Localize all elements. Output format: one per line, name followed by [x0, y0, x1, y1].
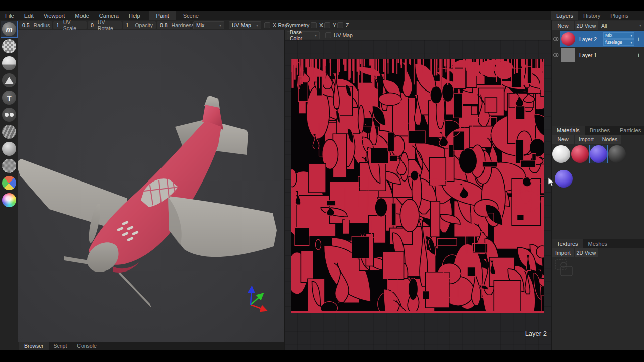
tool-brush-button[interactable]: m: [1, 21, 18, 38]
opacity-label: Opacity: [135, 22, 153, 28]
layer-1-add-button[interactable]: +: [634, 51, 643, 59]
xray-checkbox-group: X-Ray: [264, 21, 287, 29]
brush-icon: m: [2, 22, 16, 36]
symmetry-z-checkbox[interactable]: [337, 22, 343, 28]
chevron-down-icon: ▾: [315, 33, 317, 38]
layer-1-body[interactable]: Layer 1 +: [560, 48, 644, 62]
menu-help[interactable]: Help: [124, 11, 145, 20]
purple-material-icon: [590, 145, 607, 163]
tab-materials[interactable]: Materials: [552, 126, 585, 135]
opacity-value: 1: [126, 22, 129, 28]
layer-row-2[interactable]: Layer 2 Mix ▾ fuselage ▾ +: [552, 31, 644, 47]
material-swatch-purple[interactable]: [589, 145, 608, 163]
tab-meshes[interactable]: Meshes: [583, 239, 613, 248]
red-material-icon: [571, 145, 589, 163]
tool-colorid-button[interactable]: [1, 174, 18, 192]
tab-history[interactable]: History: [578, 11, 605, 20]
uv-rotate-field[interactable]: 0 UV Rotate: [88, 21, 122, 29]
layer-2-body[interactable]: Layer 2 Mix ▾ fuselage ▾ +: [560, 31, 644, 47]
layer-filter-dropdown[interactable]: All ▾: [598, 21, 644, 30]
tab-script[interactable]: Script: [49, 342, 72, 350]
import-texture-button[interactable]: Import: [552, 248, 574, 257]
layers-actions: New 2D View All ▾: [552, 21, 644, 30]
xray-checkbox[interactable]: [264, 22, 270, 28]
uvmap-toggle-label: UV Map: [334, 32, 353, 38]
tool-blur-button[interactable]: [1, 123, 18, 140]
nodes-button[interactable]: Nodes: [598, 135, 621, 144]
textures-actions: Import 2D View: [552, 248, 644, 257]
layer-row-1[interactable]: Layer 1 +: [552, 48, 644, 62]
material-swatch-red[interactable]: [571, 145, 589, 163]
airplane-model: [18, 30, 284, 342]
textures-2d-view-button[interactable]: 2D View: [575, 248, 598, 257]
tab-console[interactable]: Console: [72, 342, 102, 350]
radius-value: 0.5: [22, 22, 30, 28]
layers-panel-tabs: Layers History Plugins: [551, 11, 644, 20]
symmetry-y-label: Y: [333, 22, 336, 28]
purple-material-icon: [555, 170, 573, 188]
decal-icon: [2, 73, 16, 87]
tool-particle-button[interactable]: [1, 140, 18, 157]
blend-mode-dropdown[interactable]: Mix ▾: [193, 21, 224, 29]
uv-scale-label: UV Scale: [63, 19, 84, 31]
layer-object-dropdown[interactable]: fuselage ▾: [603, 39, 634, 46]
materials-panel-tabs: Materials Brushes Particles: [552, 126, 644, 135]
tool-picker-button[interactable]: [1, 192, 18, 209]
radius-field[interactable]: 0.5 Radius: [19, 21, 52, 29]
tab-plugins[interactable]: Plugins: [605, 11, 633, 20]
tab-particles[interactable]: Particles: [615, 126, 644, 135]
material-swatch-purple-2[interactable]: [555, 170, 573, 188]
material-swatch-black[interactable]: [608, 145, 626, 163]
opacity-field[interactable]: 1 Opacity: [123, 21, 156, 29]
menu-file[interactable]: File: [0, 11, 19, 20]
uvmap-toggle-checkbox[interactable]: [325, 32, 331, 38]
symmetry-y-checkbox[interactable]: [324, 22, 330, 28]
tab-layers[interactable]: Layers: [551, 11, 578, 20]
new-layer-button[interactable]: New: [552, 21, 574, 30]
viewport-3d[interactable]: [18, 30, 284, 342]
layer-blend-dropdown[interactable]: Mix ▾: [603, 32, 634, 39]
uv-texture-canvas[interactable]: [291, 59, 544, 313]
particle-icon: [2, 142, 16, 156]
channel-dropdown[interactable]: Base Color ▾: [287, 31, 320, 39]
tool-decal-button[interactable]: [1, 72, 18, 89]
material-swatch-white[interactable]: [552, 145, 571, 163]
tab-textures[interactable]: Textures: [552, 239, 583, 248]
menu-edit[interactable]: Edit: [19, 11, 39, 20]
uv-map-dropdown[interactable]: UV Map ▾: [229, 21, 261, 29]
uv-canvas-area[interactable]: Layer 2: [285, 40, 552, 350]
tab-paint[interactable]: Paint: [149, 11, 176, 20]
layers-2d-view-button[interactable]: 2D View: [575, 21, 598, 30]
symmetry-x-checkbox[interactable]: [311, 22, 317, 28]
active-layer-status: Layer 2: [525, 330, 547, 337]
tab-browser[interactable]: Browser: [19, 342, 49, 350]
tab-brushes[interactable]: Brushes: [585, 126, 615, 135]
chevron-down-icon: ▾: [639, 21, 641, 30]
layer-object-value: fuselage: [605, 40, 622, 45]
import-material-button[interactable]: Import: [575, 135, 598, 144]
tool-eraser-button[interactable]: [1, 38, 18, 55]
layer-2-add-button[interactable]: +: [634, 35, 643, 43]
new-material-button[interactable]: New: [552, 135, 574, 144]
bottom-bar-corner: [0, 342, 19, 350]
hardness-field[interactable]: 0.8 Hardness: [157, 21, 190, 29]
visibility-eye-icon[interactable]: [552, 37, 560, 41]
tool-fill-button[interactable]: [1, 55, 18, 72]
tool-bake-button[interactable]: [1, 157, 18, 174]
layer-2-dropdowns: Mix ▾ fuselage ▾: [603, 32, 634, 46]
radius-label: Radius: [34, 22, 50, 28]
picker-icon: [2, 193, 16, 207]
tab-scene[interactable]: Scene: [176, 11, 206, 20]
bottom-bar: Browser Script Console: [0, 342, 284, 350]
layer-1-thumbnail: [561, 48, 575, 62]
visibility-eye-icon[interactable]: [552, 53, 560, 57]
colorid-icon: [2, 176, 16, 190]
text-tool-icon: T: [2, 90, 16, 105]
uv-scale-field[interactable]: 1 UV Scale: [53, 21, 87, 29]
symmetry-z-label: Z: [346, 22, 349, 28]
tool-sidebar: m T: [0, 20, 18, 342]
tool-text-button[interactable]: T: [1, 89, 18, 106]
tool-clone-button[interactable]: [1, 106, 18, 123]
view-2d[interactable]: Base Color ▾ UV Map Layer 2: [284, 30, 551, 350]
textures-panel-tabs: Textures Meshes: [552, 239, 644, 248]
